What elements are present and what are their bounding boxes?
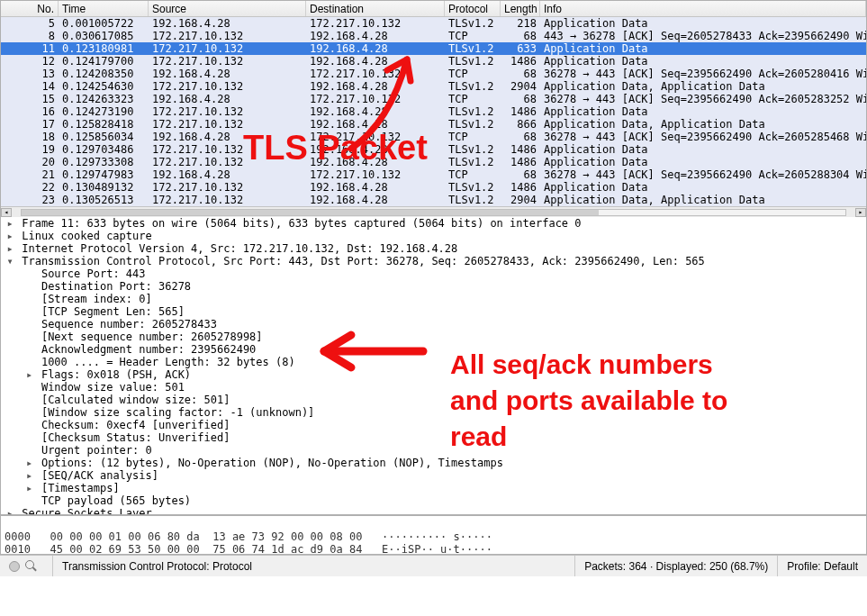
- expert-info-icon[interactable]: [9, 561, 20, 572]
- cell: 172.217.10.132: [149, 55, 306, 68]
- cell: Application Data, Application Data: [540, 194, 866, 206]
- cell: 172.217.10.132: [149, 80, 306, 93]
- scroll-right-icon[interactable]: ▸: [855, 208, 866, 217]
- cell: 192.168.4.28: [306, 194, 445, 206]
- packet-list-hscroll[interactable]: ◂ ▸: [1, 206, 866, 217]
- packet-list-body[interactable]: 50.001005722192.168.4.28172.217.10.132TL…: [1, 17, 866, 206]
- packet-row[interactable]: 150.124263323192.168.4.28172.217.10.132T…: [1, 93, 866, 105]
- detail-line[interactable]: ▸ Linux cooked capture: [1, 230, 866, 242]
- packet-row[interactable]: 120.124179700172.217.10.132192.168.4.28T…: [1, 55, 866, 68]
- cell: 172.217.10.132: [149, 194, 306, 206]
- packet-details-panel[interactable]: ▸ Frame 11: 633 bytes on wire (5064 bits…: [0, 214, 867, 515]
- packet-row[interactable]: 200.129733308172.217.10.132192.168.4.28T…: [1, 156, 866, 168]
- detail-line[interactable]: [Calculated window size: 501]: [1, 394, 866, 406]
- cell: TLSv1.2: [445, 118, 501, 131]
- cell: 36278 → 443 [ACK] Seq=2395662490 Ack=260…: [540, 93, 866, 105]
- packet-row[interactable]: 210.129747983192.168.4.28172.217.10.132T…: [1, 168, 866, 181]
- cell: Application Data: [540, 42, 866, 55]
- cell: 0.130489132: [59, 181, 149, 194]
- cell: 172.217.10.132: [149, 181, 306, 194]
- packet-row[interactable]: 130.124208350192.168.4.28172.217.10.132T…: [1, 68, 866, 80]
- col-header-no[interactable]: No.: [1, 1, 59, 16]
- cell: 68: [501, 93, 540, 105]
- packet-row[interactable]: 50.001005722192.168.4.28172.217.10.132TL…: [1, 17, 866, 30]
- packet-row[interactable]: 140.124254630172.217.10.132192.168.4.28T…: [1, 80, 866, 93]
- hex-offset: 0010: [5, 543, 31, 555]
- tree-spacer: [24, 419, 35, 431]
- col-header-source[interactable]: Source: [149, 1, 306, 16]
- expand-icon[interactable]: ▸: [5, 242, 15, 255]
- detail-line[interactable]: ▸ [SEQ/ACK analysis]: [1, 469, 866, 482]
- hex-dump-panel[interactable]: 0000 00 00 00 01 00 06 80 da 13 ae 73 92…: [0, 515, 867, 555]
- detail-line[interactable]: [TCP Segment Len: 565]: [1, 305, 866, 318]
- cell: Application Data, Application Data: [540, 80, 866, 93]
- collapse-icon[interactable]: ▾: [5, 255, 15, 267]
- expand-icon[interactable]: ▸: [5, 217, 15, 230]
- cell: 0.001005722: [59, 17, 149, 30]
- expand-icon[interactable]: ▸: [24, 482, 35, 494]
- cell: Application Data: [540, 143, 866, 156]
- detail-line[interactable]: [Window size scaling factor: -1 (unknown…: [1, 406, 866, 419]
- scroll-thumb[interactable]: [22, 210, 599, 215]
- detail-line[interactable]: Destination Port: 36278: [1, 280, 866, 293]
- expand-icon[interactable]: ▸: [24, 368, 35, 381]
- detail-line[interactable]: ▸ Flags: 0x018 (PSH, ACK): [1, 368, 866, 381]
- packet-row[interactable]: 230.130526513172.217.10.132192.168.4.28T…: [1, 194, 866, 206]
- detail-line[interactable]: TCP payload (565 bytes): [1, 494, 866, 507]
- detail-line[interactable]: Source Port: 443: [1, 267, 866, 280]
- packet-row[interactable]: 110.123180981172.217.10.132192.168.4.28T…: [1, 42, 866, 55]
- detail-line[interactable]: ▸ Frame 11: 633 bytes on wire (5064 bits…: [1, 217, 866, 230]
- col-header-protocol[interactable]: Protocol: [445, 1, 501, 16]
- packet-row[interactable]: 170.125828418172.217.10.132192.168.4.28T…: [1, 118, 866, 131]
- cell: TLSv1.2: [445, 17, 501, 30]
- col-header-info[interactable]: Info: [540, 1, 866, 16]
- detail-line[interactable]: Urgent pointer: 0: [1, 444, 866, 457]
- detail-line[interactable]: 1000 .... = Header Length: 32 bytes (8): [1, 356, 866, 368]
- tree-spacer: [24, 394, 35, 406]
- packet-row[interactable]: 190.129703486172.217.10.132192.168.4.28T…: [1, 143, 866, 156]
- packet-row[interactable]: 220.130489132172.217.10.132192.168.4.28T…: [1, 181, 866, 194]
- detail-line[interactable]: Sequence number: 2605278433: [1, 318, 866, 331]
- expand-icon[interactable]: ▸: [24, 469, 35, 482]
- cell: Application Data: [540, 17, 866, 30]
- packet-list-panel: No. Time Source Destination Protocol Len…: [0, 0, 867, 214]
- expand-icon[interactable]: ▸: [5, 507, 15, 515]
- col-header-length[interactable]: Length: [501, 1, 540, 16]
- detail-line[interactable]: Checksum: 0xecf4 [unverified]: [1, 419, 866, 431]
- cell: 36278 → 443 [ACK] Seq=2395662490 Ack=260…: [540, 168, 866, 181]
- detail-line[interactable]: [Next sequence number: 2605278998]: [1, 331, 866, 343]
- cell: 192.168.4.28: [149, 131, 306, 143]
- expand-icon[interactable]: ▸: [24, 457, 35, 469]
- packet-row[interactable]: 80.030617085172.217.10.132192.168.4.28TC…: [1, 30, 866, 42]
- detail-line[interactable]: Acknowledgment number: 2395662490: [1, 343, 866, 356]
- cell: 172.217.10.132: [306, 17, 445, 30]
- tree-spacer: [24, 431, 35, 444]
- detail-line[interactable]: ▸ Secure Sockets Layer: [1, 507, 866, 515]
- cell: 0.124208350: [59, 68, 149, 80]
- cell: 192.168.4.28: [306, 105, 445, 118]
- find-icon[interactable]: [25, 560, 38, 573]
- cell: 23: [1, 194, 59, 206]
- detail-line[interactable]: [Checksum Status: Unverified]: [1, 431, 866, 444]
- scroll-track[interactable]: [21, 209, 846, 216]
- packet-row[interactable]: 160.124273190172.217.10.132192.168.4.28T…: [1, 105, 866, 118]
- detail-line[interactable]: ▸ [Timestamps]: [1, 482, 866, 494]
- col-header-time[interactable]: Time: [59, 1, 149, 16]
- scroll-left-icon[interactable]: ◂: [1, 208, 12, 217]
- cell: TCP: [445, 168, 501, 181]
- cell: TLSv1.2: [445, 105, 501, 118]
- expand-icon[interactable]: ▸: [5, 230, 15, 242]
- packet-row[interactable]: 180.125856034192.168.4.28172.217.10.132T…: [1, 131, 866, 143]
- cell: 0.130526513: [59, 194, 149, 206]
- cell: 14: [1, 80, 59, 93]
- col-header-destination[interactable]: Destination: [306, 1, 445, 16]
- detail-line[interactable]: [Stream index: 0]: [1, 293, 866, 305]
- detail-line[interactable]: ▸ Options: (12 bytes), No-Operation (NOP…: [1, 457, 866, 469]
- detail-line[interactable]: Window size value: 501: [1, 381, 866, 394]
- cell: TCP: [445, 68, 501, 80]
- detail-line[interactable]: ▸ Internet Protocol Version 4, Src: 172.…: [1, 242, 866, 255]
- status-profile[interactable]: Profile: Default: [778, 556, 867, 576]
- cell: 172.217.10.132: [306, 93, 445, 105]
- detail-line[interactable]: ▾ Transmission Control Protocol, Src Por…: [1, 255, 866, 267]
- cell: TCP: [445, 131, 501, 143]
